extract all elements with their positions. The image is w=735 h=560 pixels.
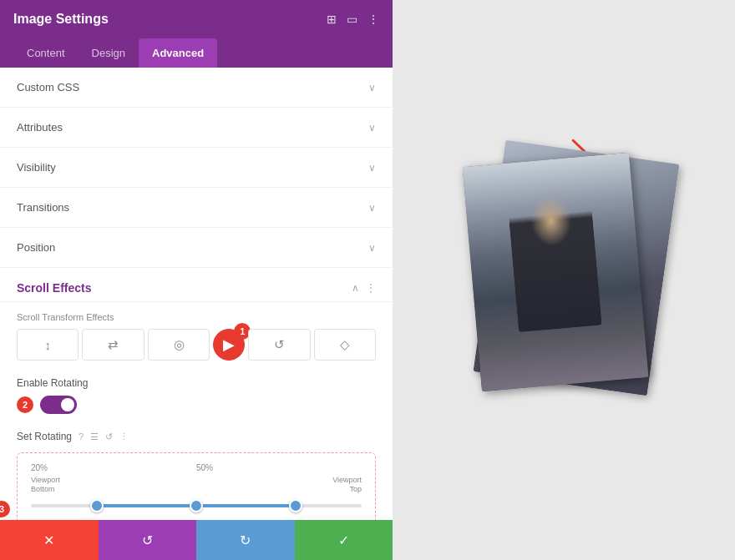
scroll-effects-icons: ∧ ⋮ xyxy=(352,282,376,294)
enable-rotating-section: Enable Rotating 2 xyxy=(0,371,393,424)
section-transitions-label: Transitions xyxy=(17,201,69,214)
panel-content: Custom CSS ∨ Attributes ∨ Visibility ∨ T… xyxy=(0,68,393,560)
redo-button[interactable]: ↻ xyxy=(196,520,295,560)
chevron-icon: ∨ xyxy=(368,82,376,93)
transform-btn-vertical[interactable]: ↕ xyxy=(17,329,79,361)
phone-icon[interactable]: ☰ xyxy=(90,431,99,442)
set-rotating-more-icon[interactable]: ⋮ xyxy=(119,431,129,442)
reset-icon[interactable]: ↺ xyxy=(105,431,113,442)
thumb-mid[interactable] xyxy=(190,499,203,512)
set-rotating-badge: 3 xyxy=(0,501,10,517)
enable-label-row: Enable Rotating xyxy=(17,377,376,389)
transform-buttons: ↕ ⇄ ◎ ▶ 1 ↺ ◇ xyxy=(17,329,376,361)
enable-badge: 2 xyxy=(17,396,33,413)
section-custom-css[interactable]: Custom CSS ∨ xyxy=(0,68,393,108)
track-wrapper xyxy=(31,497,362,514)
photo-stack xyxy=(455,134,672,426)
header-icons: ⊞ ▭ ⋮ xyxy=(327,13,379,26)
cancel-button[interactable]: ✕ xyxy=(0,520,99,560)
viewport-top-label: ViewportTop xyxy=(320,476,362,494)
set-rotating-label: Set Rotating xyxy=(17,431,72,442)
thumb-right[interactable] xyxy=(289,499,302,512)
section-position[interactable]: Position ∨ xyxy=(0,228,393,268)
photo-front xyxy=(463,152,649,391)
pct-left: 20% xyxy=(31,463,48,472)
section-attributes-label: Attributes xyxy=(17,121,63,134)
chevron-icon: ∨ xyxy=(368,122,376,134)
pct-right: 50% xyxy=(196,463,213,472)
more-icon[interactable]: ⋮ xyxy=(368,13,379,26)
transform-btn-drop[interactable]: ◇ xyxy=(314,329,376,361)
enable-rotating-label: Enable Rotating xyxy=(17,377,88,389)
section-attributes[interactable]: Attributes ∨ xyxy=(0,108,393,148)
bottom-bar: ✕ ↺ ↻ ✓ xyxy=(0,520,393,560)
transform-label: Scroll Transform Effects xyxy=(17,312,376,322)
tab-design[interactable]: Design xyxy=(79,38,139,68)
enable-rotating-toggle[interactable] xyxy=(40,396,77,414)
viewport-bottom-label: ViewportBottom xyxy=(31,476,73,494)
toggle-wrapper: 2 xyxy=(17,396,376,414)
undo-button[interactable]: ↺ xyxy=(99,520,197,560)
expand-icon[interactable]: ⊞ xyxy=(327,13,337,26)
tab-content[interactable]: Content xyxy=(13,38,79,68)
transform-btn-rotate[interactable]: ▶ 1 xyxy=(213,329,245,361)
tab-advanced[interactable]: Advanced xyxy=(139,38,217,68)
chevron-icon: ∨ xyxy=(368,162,376,174)
scroll-effects-header: Scroll Effects ∧ ⋮ xyxy=(0,268,393,302)
chevron-icon: ∨ xyxy=(368,242,376,254)
chevron-icon: ∨ xyxy=(368,202,376,214)
transform-section: Scroll Transform Effects ↕ ⇄ ◎ ▶ 1 ↺ ◇ xyxy=(0,302,393,371)
section-visibility[interactable]: Visibility ∨ xyxy=(0,148,393,188)
left-panel: Image Settings ⊞ ▭ ⋮ Content Design Adva… xyxy=(0,0,393,560)
collapse-icon[interactable]: ∧ xyxy=(352,282,359,294)
tabs: Content Design Advanced xyxy=(0,38,393,68)
panel-title: Image Settings xyxy=(13,12,109,27)
section-visibility-label: Visibility xyxy=(17,161,56,174)
section-transitions[interactable]: Transitions ∨ xyxy=(0,188,393,228)
right-panel xyxy=(393,0,735,560)
scroll-effects-title: Scroll Effects xyxy=(17,281,91,295)
viewport-labels: ViewportBottom ViewportTop xyxy=(31,476,362,494)
transform-btn-fade[interactable]: ◎ xyxy=(148,329,210,361)
layout-icon[interactable]: ▭ xyxy=(347,13,357,26)
transform-btn-horizontal[interactable]: ⇄ xyxy=(82,329,144,361)
panel-header: Image Settings ⊞ ▭ ⋮ xyxy=(0,0,393,38)
transform-btn-reset[interactable]: ↺ xyxy=(248,329,310,361)
section-custom-css-label: Custom CSS xyxy=(17,81,79,93)
slider-labels-top: 20% 50% xyxy=(31,463,362,472)
scroll-effects-more-icon[interactable]: ⋮ xyxy=(366,282,376,294)
help-icon[interactable]: ? xyxy=(79,431,84,441)
set-rotating-header: Set Rotating ? ☰ ↺ ⋮ xyxy=(17,431,376,442)
section-position-label: Position xyxy=(17,241,55,254)
confirm-button[interactable]: ✓ xyxy=(295,520,393,560)
thumb-left[interactable] xyxy=(90,499,104,512)
